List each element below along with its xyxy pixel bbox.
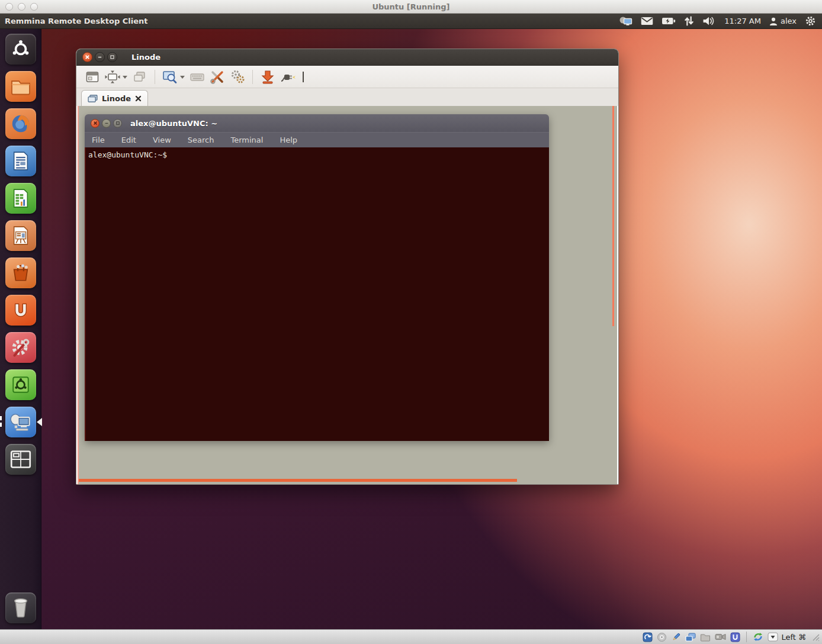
launcher-item-workspace-switcher[interactable]: [5, 444, 36, 475]
launcher-item-ubuntu-software-center[interactable]: [5, 257, 36, 288]
menu-search[interactable]: Search: [185, 134, 217, 146]
render-artifact-line: [79, 479, 517, 482]
menu-file[interactable]: File: [89, 134, 107, 146]
video-capture-icon[interactable]: [715, 633, 726, 641]
remote-desktop-viewport[interactable]: alex@ubuntuVNC: ~ File Edit View Search …: [76, 106, 618, 484]
network-traffic-icon[interactable]: [684, 14, 694, 29]
remote-desktop-indicator-icon[interactable]: [619, 14, 632, 29]
workspace-grid-icon: [10, 450, 31, 469]
software-center-bag-icon: [11, 263, 31, 283]
terminal-close-button[interactable]: [91, 119, 99, 128]
launcher-item-system-settings[interactable]: [5, 332, 36, 363]
clock-text: 11:27 AM: [724, 17, 761, 25]
render-artifact-line: [78, 106, 79, 484]
preferences-icon[interactable]: [208, 68, 226, 86]
launcher-item-software-updater[interactable]: [5, 369, 36, 400]
username: alex: [781, 17, 797, 25]
tab-linode[interactable]: Linode: [81, 90, 148, 106]
terminal-window-controls: [91, 119, 122, 128]
terminal-menubar: File Edit View Search Terminal Help: [85, 132, 549, 147]
terminal-titlebar[interactable]: alex@ubuntuVNC: ~: [85, 114, 549, 132]
hard-disk-icon[interactable]: [643, 632, 653, 642]
active-app-title: Remmina Remote Desktop Client: [5, 17, 148, 25]
menu-terminal[interactable]: Terminal: [228, 134, 265, 146]
statusbar-separator: [746, 632, 747, 642]
render-artifact-line: [612, 106, 614, 326]
window-close-button[interactable]: [82, 52, 92, 62]
screen: Ubuntu [Running] Remmina Remote Desktop …: [0, 0, 822, 644]
launcher-item-trash[interactable]: [5, 593, 36, 623]
launcher-item-libreoffice-calc[interactable]: [5, 183, 36, 214]
user-icon: [769, 17, 778, 26]
host-key-menu-icon[interactable]: [768, 632, 778, 642]
launcher-item-libreoffice-impress[interactable]: [5, 220, 36, 251]
folder-icon: [10, 78, 31, 95]
window-maximize-button[interactable]: [107, 52, 117, 62]
ubuntu-logo-icon: [11, 39, 31, 59]
minimize-window-icon[interactable]: [259, 68, 277, 86]
terminal-maximize-button[interactable]: [113, 119, 122, 128]
updater-ubuntu-gear-icon: [11, 375, 31, 395]
remmina-tab-bar: Linode: [76, 88, 618, 106]
remmina-window-controls: [82, 52, 117, 62]
clock[interactable]: 11:27 AM: [724, 14, 761, 29]
firefox-icon: [9, 112, 32, 135]
session-gear-icon[interactable]: [805, 14, 816, 29]
window-minimize-button[interactable]: [95, 52, 105, 62]
terminal-window: alex@ubuntuVNC: ~ File Edit View Search …: [85, 114, 549, 441]
volume-icon[interactable]: [702, 14, 716, 29]
terminal-title: alex@ubuntuVNC: ~: [130, 119, 217, 128]
settings-gear-wrench-icon: [10, 337, 31, 358]
indicator-tray: 11:27 AM alex: [619, 14, 822, 29]
mac-titlebar: Ubuntu [Running]: [0, 0, 822, 14]
toolbar-separator: [155, 70, 155, 84]
remmina-titlebar[interactable]: Linode: [76, 49, 618, 66]
tab-close-icon[interactable]: [135, 95, 142, 102]
launcher-item-remmina[interactable]: [5, 407, 36, 437]
tools-icon[interactable]: [229, 68, 246, 86]
remmina-window-title: Linode: [131, 53, 160, 62]
user-menu[interactable]: alex: [769, 14, 797, 29]
shared-folders-icon[interactable]: [700, 633, 711, 642]
optical-disc-icon[interactable]: [657, 632, 667, 642]
virtualbox-statusbar: Left ⌘: [0, 629, 822, 644]
trash-icon: [12, 598, 30, 618]
fit-window-dropdown[interactable]: [123, 76, 127, 81]
menu-edit[interactable]: Edit: [119, 134, 139, 146]
fit-window-icon[interactable]: [104, 68, 121, 86]
mail-icon[interactable]: [641, 14, 653, 29]
grab-keyboard-icon[interactable]: [188, 68, 206, 86]
scaled-mode-icon[interactable]: [161, 68, 179, 86]
duplicate-connection-icon[interactable]: [131, 68, 149, 86]
resize-grip[interactable]: [811, 633, 820, 641]
tab-connection-icon: [88, 95, 98, 102]
ubuntu-top-panel: Remmina Remote Desktop Client 11:27 AM: [0, 14, 822, 29]
impress-presentation-icon: [11, 226, 30, 246]
scaled-mode-dropdown[interactable]: [180, 76, 185, 81]
usb-icon[interactable]: [730, 632, 740, 642]
network-icon[interactable]: [685, 632, 696, 642]
mouse-integration-icon[interactable]: [753, 632, 763, 642]
remmina-icon: [9, 412, 32, 432]
remmina-toolbar: [76, 66, 618, 88]
launcher-item-libreoffice-writer[interactable]: [5, 146, 36, 176]
toolbar-caret: [303, 72, 304, 82]
terminal-body[interactable]: alex@ubuntuVNC:~$: [85, 147, 549, 441]
vm-window-title: Ubuntu [Running]: [0, 2, 822, 11]
terminal-minimize-button[interactable]: [102, 119, 111, 128]
host-key-label: Left ⌘: [781, 633, 806, 642]
floppy-pen-icon[interactable]: [671, 632, 681, 642]
host-key-indicator: Left ⌘: [768, 632, 806, 642]
fullscreen-icon[interactable]: [84, 68, 101, 86]
menu-help[interactable]: Help: [277, 134, 300, 146]
menu-view[interactable]: View: [150, 134, 174, 146]
launcher-item-dash-home[interactable]: [5, 34, 36, 65]
remmina-window: Linode: [76, 49, 619, 485]
disconnect-icon[interactable]: [279, 68, 297, 86]
launcher-item-ubuntu-one[interactable]: [5, 295, 36, 326]
battery-icon[interactable]: [662, 14, 676, 29]
calc-spreadsheet-icon: [11, 188, 30, 208]
toolbar-separator: [252, 70, 253, 84]
launcher-item-home-folder[interactable]: [5, 71, 36, 102]
launcher-item-firefox[interactable]: [5, 108, 36, 139]
